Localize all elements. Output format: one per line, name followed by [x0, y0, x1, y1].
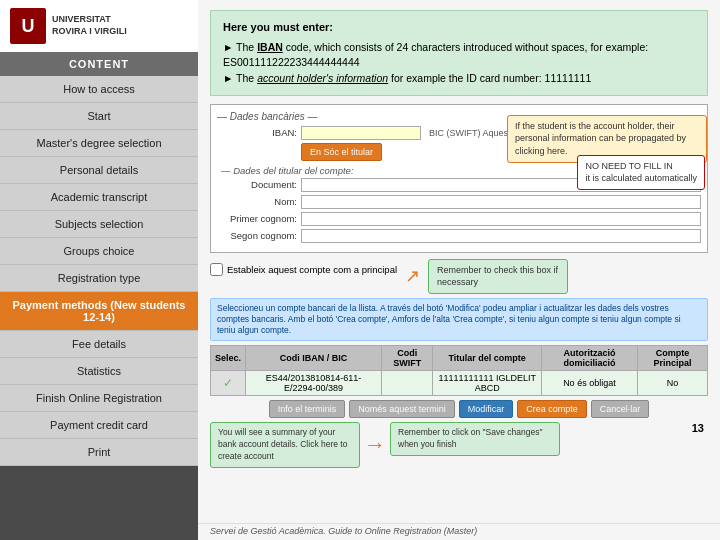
sidebar-title: CONTENT [0, 52, 198, 76]
table-action-button-3[interactable]: Crea compte [517, 400, 587, 418]
sidebar-item-payment-methods[interactable]: Payment methods (New students 12-14) [0, 292, 198, 331]
footer: Servei de Gestió Acadèmica. Guide to Onl… [198, 523, 720, 540]
main-content: Here you must enter: ► The IBAN code, wh… [198, 0, 720, 540]
segon-input[interactable] [301, 229, 701, 243]
table-cell [382, 371, 433, 396]
sidebar-item-start[interactable]: Start [0, 103, 198, 130]
logo-text: UNIVERSITAT ROVIRA I VIRGILI [52, 14, 127, 37]
nom-row: Nom: [217, 195, 701, 209]
save-bubble: Remember to click on "Save changes" when… [390, 422, 560, 456]
iban-link[interactable]: IBAN [257, 41, 283, 53]
content-area: Here you must enter: ► The IBAN code, wh… [198, 0, 720, 523]
sidebar-item-registration-type[interactable]: Registration type [0, 265, 198, 292]
bank-section: — Dades bancàries — IBAN: BIC (SWIFT) Aq… [210, 104, 708, 253]
remember-section: ↗ Remember to check this box if necessar… [405, 259, 568, 294]
page-number: 13 [692, 422, 708, 434]
instruction-line1: ► The IBAN code, which consists of 24 ch… [223, 40, 695, 72]
sidebar-item-payment-credit-card[interactable]: Payment credit card [0, 412, 198, 439]
table-cell: No [637, 371, 707, 396]
right-arrow-icon: → [364, 432, 386, 458]
sidebar-item-masters-degree[interactable]: Master's degree selection [0, 130, 198, 157]
nom-label: Nom: [217, 196, 297, 207]
primer-row: Primer cognom: [217, 212, 701, 226]
sidebar: U UNIVERSITAT ROVIRA I VIRGILI CONTENT H… [0, 0, 198, 540]
sidebar-item-statistics[interactable]: Statistics [0, 358, 198, 385]
table-header: Autorització domiciliació [541, 346, 637, 371]
iban-label: IBAN: [217, 127, 297, 138]
sidebar-item-groups-choice[interactable]: Groups choice [0, 238, 198, 265]
red-line1: NO NEED TO FILL IN [585, 160, 697, 173]
sidebar-item-subjects-selection[interactable]: Subjects selection [0, 211, 198, 238]
table-action-button-4[interactable]: Cancel·lar [591, 400, 650, 418]
logo-shield: U [10, 8, 46, 44]
red-annotation: NO NEED TO FILL IN it is calculated auto… [577, 155, 705, 190]
sidebar-item-print[interactable]: Print [0, 439, 198, 466]
segon-row: Segon cognom: [217, 229, 701, 243]
table-header: Selec. [211, 346, 246, 371]
table-cell: ✓ [211, 371, 246, 396]
table-cell: ES44/2013810814-611-E/2294-00/389 [246, 371, 382, 396]
sidebar-item-academic-transcript[interactable]: Academic transcript [0, 184, 198, 211]
table-cell: No és obligat [541, 371, 637, 396]
remember-bubble: Remember to check this box if necessary [428, 259, 568, 294]
segon-label: Segon cognom: [217, 230, 297, 241]
table-action-button-0[interactable]: Info el terminis [269, 400, 346, 418]
iban-input[interactable] [301, 126, 421, 140]
instruction-title: Here you must enter: [223, 19, 695, 36]
sidebar-item-finish-online[interactable]: Finish Online Registration [0, 385, 198, 412]
table-action-button-1[interactable]: Només aquest termini [349, 400, 455, 418]
bottom-section: You will see a summary of your bank acco… [210, 422, 708, 468]
curved-arrow-icon: ↗ [405, 265, 420, 287]
sidebar-item-how-to-access[interactable]: How to access [0, 76, 198, 103]
red-line2: it is calculated automatically [585, 172, 697, 185]
account-section: You will see a summary of your bank acco… [210, 422, 560, 468]
table-action-button-2[interactable]: Modificar [459, 400, 514, 418]
checkbox-row: Estableix aquest compte com a principal [210, 263, 397, 276]
logo-area: U UNIVERSITAT ROVIRA I VIRGILI [0, 0, 198, 52]
info-bar: Seleccioneu un compte bancari de la llis… [210, 298, 708, 341]
table-action-buttons: Info el terminisNomés aquest terminiModi… [210, 400, 708, 418]
instruction-box: Here you must enter: ► The IBAN code, wh… [210, 10, 708, 96]
table-header: Codi SWIFT [382, 346, 433, 371]
checkbox-label: Estableix aquest compte com a principal [227, 264, 397, 275]
primer-label: Primer cognom: [217, 213, 297, 224]
sidebar-item-fee-details[interactable]: Fee details [0, 331, 198, 358]
checkbox-section: Estableix aquest compte com a principal … [210, 259, 708, 294]
document-label: Document: [217, 179, 297, 190]
account-bubble: You will see a summary of your bank acco… [210, 422, 360, 468]
instruction-line2: ► The account holder's information for e… [223, 71, 695, 87]
table-header: Compte Principal [637, 346, 707, 371]
account-link[interactable]: account holder's information [257, 72, 388, 84]
nom-input[interactable] [301, 195, 701, 209]
table-header: Titular del compte [433, 346, 542, 371]
table-row[interactable]: ✓ES44/2013810814-611-E/2294-00/389111111… [211, 371, 708, 396]
sidebar-item-personal-details[interactable]: Personal details [0, 157, 198, 184]
table-cell: 11111111111 IGLDELIT ABCD [433, 371, 542, 396]
bank-table: Selec.Codi IBAN / BICCodi SWIFTTitular d… [210, 345, 708, 396]
primer-input[interactable] [301, 212, 701, 226]
table-header: Codi IBAN / BIC [246, 346, 382, 371]
titular-button[interactable]: En Sóc el titular [301, 143, 382, 161]
principal-checkbox[interactable] [210, 263, 223, 276]
